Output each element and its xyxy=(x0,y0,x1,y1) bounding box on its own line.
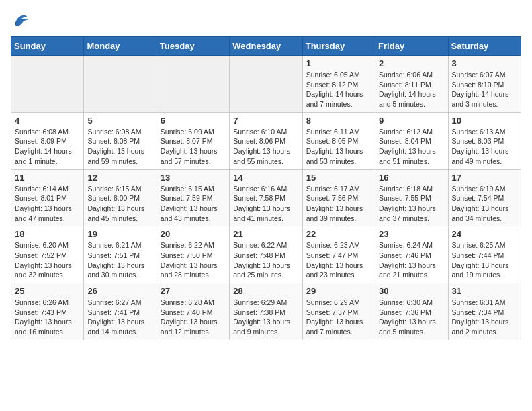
calendar-day-cell: 9Sunrise: 6:12 AM Sunset: 8:04 PM Daylig… xyxy=(375,112,448,169)
day-info: Sunrise: 6:29 AM Sunset: 7:38 PM Dayligh… xyxy=(233,298,298,337)
day-info: Sunrise: 6:19 AM Sunset: 7:54 PM Dayligh… xyxy=(452,184,517,224)
calendar-day-cell: 12Sunrise: 6:15 AM Sunset: 8:00 PM Dayli… xyxy=(84,169,157,226)
calendar-day-cell: 18Sunrise: 6:20 AM Sunset: 7:52 PM Dayli… xyxy=(11,226,84,283)
day-info: Sunrise: 6:31 AM Sunset: 7:34 PM Dayligh… xyxy=(452,298,517,337)
calendar-day-cell: 5Sunrise: 6:08 AM Sunset: 8:08 PM Daylig… xyxy=(84,112,157,169)
day-info: Sunrise: 6:16 AM Sunset: 7:58 PM Dayligh… xyxy=(233,184,298,224)
calendar-day-cell: 13Sunrise: 6:15 AM Sunset: 7:59 PM Dayli… xyxy=(157,169,229,226)
logo xyxy=(11,11,32,30)
weekday-header-sunday: Sunday xyxy=(11,37,84,56)
day-info: Sunrise: 6:14 AM Sunset: 8:01 PM Dayligh… xyxy=(15,184,80,224)
day-number: 19 xyxy=(87,229,152,239)
calendar-table: SundayMondayTuesdayWednesdayThursdayFrid… xyxy=(11,36,521,340)
day-info: Sunrise: 6:27 AM Sunset: 7:41 PM Dayligh… xyxy=(87,298,152,337)
weekday-header-monday: Monday xyxy=(84,37,157,56)
day-info: Sunrise: 6:29 AM Sunset: 7:37 PM Dayligh… xyxy=(306,298,371,337)
calendar-day-cell: 27Sunrise: 6:28 AM Sunset: 7:40 PM Dayli… xyxy=(157,283,229,340)
weekday-header-friday: Friday xyxy=(375,37,448,56)
calendar-day-cell: 4Sunrise: 6:08 AM Sunset: 8:09 PM Daylig… xyxy=(11,112,84,169)
day-info: Sunrise: 6:30 AM Sunset: 7:36 PM Dayligh… xyxy=(379,298,444,337)
calendar-day-cell: 21Sunrise: 6:22 AM Sunset: 7:48 PM Dayli… xyxy=(230,226,302,283)
day-info: Sunrise: 6:25 AM Sunset: 7:44 PM Dayligh… xyxy=(452,240,517,280)
day-info: Sunrise: 6:11 AM Sunset: 8:05 PM Dayligh… xyxy=(306,127,371,167)
calendar-day-cell: 23Sunrise: 6:24 AM Sunset: 7:46 PM Dayli… xyxy=(375,226,448,283)
day-info: Sunrise: 6:09 AM Sunset: 8:07 PM Dayligh… xyxy=(161,127,226,167)
day-info: Sunrise: 6:07 AM Sunset: 8:10 PM Dayligh… xyxy=(452,70,517,109)
day-info: Sunrise: 6:15 AM Sunset: 8:00 PM Dayligh… xyxy=(87,184,152,224)
calendar-week-row: 1Sunrise: 6:05 AM Sunset: 8:12 PM Daylig… xyxy=(11,56,521,113)
day-number: 4 xyxy=(15,116,80,126)
weekday-header-thursday: Thursday xyxy=(302,37,375,56)
calendar-day-cell: 3Sunrise: 6:07 AM Sunset: 8:10 PM Daylig… xyxy=(448,56,521,113)
weekday-header-wednesday: Wednesday xyxy=(230,37,302,56)
logo-icon xyxy=(11,11,30,30)
day-info: Sunrise: 6:06 AM Sunset: 8:11 PM Dayligh… xyxy=(379,70,444,109)
day-info: Sunrise: 6:28 AM Sunset: 7:40 PM Dayligh… xyxy=(161,298,226,337)
day-info: Sunrise: 6:12 AM Sunset: 8:04 PM Dayligh… xyxy=(379,127,444,167)
calendar-day-cell xyxy=(84,56,157,113)
day-number: 13 xyxy=(161,173,226,183)
calendar-day-cell: 15Sunrise: 6:17 AM Sunset: 7:56 PM Dayli… xyxy=(302,169,375,226)
calendar-day-cell: 6Sunrise: 6:09 AM Sunset: 8:07 PM Daylig… xyxy=(157,112,229,169)
day-number: 1 xyxy=(306,58,371,68)
day-info: Sunrise: 6:23 AM Sunset: 7:47 PM Dayligh… xyxy=(306,240,371,280)
day-number: 25 xyxy=(15,286,80,296)
calendar-day-cell: 22Sunrise: 6:23 AM Sunset: 7:47 PM Dayli… xyxy=(302,226,375,283)
calendar-week-row: 25Sunrise: 6:26 AM Sunset: 7:43 PM Dayli… xyxy=(11,283,521,340)
day-number: 20 xyxy=(161,229,226,239)
calendar-day-cell xyxy=(157,56,229,113)
calendar-day-cell: 26Sunrise: 6:27 AM Sunset: 7:41 PM Dayli… xyxy=(84,283,157,340)
day-number: 30 xyxy=(379,286,444,296)
day-info: Sunrise: 6:18 AM Sunset: 7:55 PM Dayligh… xyxy=(379,184,444,224)
day-info: Sunrise: 6:15 AM Sunset: 7:59 PM Dayligh… xyxy=(161,184,226,224)
calendar-day-cell: 19Sunrise: 6:21 AM Sunset: 7:51 PM Dayli… xyxy=(84,226,157,283)
day-number: 11 xyxy=(15,173,80,183)
day-number: 6 xyxy=(161,116,226,126)
day-number: 27 xyxy=(161,286,226,296)
day-number: 17 xyxy=(452,173,517,183)
calendar-body: 1Sunrise: 6:05 AM Sunset: 8:12 PM Daylig… xyxy=(11,56,521,340)
day-number: 7 xyxy=(233,116,298,126)
day-info: Sunrise: 6:22 AM Sunset: 7:50 PM Dayligh… xyxy=(161,240,226,280)
day-number: 22 xyxy=(306,229,371,239)
day-number: 9 xyxy=(379,116,444,126)
day-number: 21 xyxy=(233,229,298,239)
day-info: Sunrise: 6:22 AM Sunset: 7:48 PM Dayligh… xyxy=(233,240,298,280)
day-info: Sunrise: 6:13 AM Sunset: 8:03 PM Dayligh… xyxy=(452,127,517,167)
day-number: 2 xyxy=(379,58,444,68)
calendar-day-cell: 1Sunrise: 6:05 AM Sunset: 8:12 PM Daylig… xyxy=(302,56,375,113)
calendar-day-cell: 28Sunrise: 6:29 AM Sunset: 7:38 PM Dayli… xyxy=(230,283,302,340)
calendar-day-cell: 31Sunrise: 6:31 AM Sunset: 7:34 PM Dayli… xyxy=(448,283,521,340)
day-info: Sunrise: 6:21 AM Sunset: 7:51 PM Dayligh… xyxy=(87,240,152,280)
calendar-week-row: 11Sunrise: 6:14 AM Sunset: 8:01 PM Dayli… xyxy=(11,169,521,226)
calendar-header: SundayMondayTuesdayWednesdayThursdayFrid… xyxy=(11,37,521,56)
day-info: Sunrise: 6:26 AM Sunset: 7:43 PM Dayligh… xyxy=(15,298,80,337)
calendar-day-cell: 20Sunrise: 6:22 AM Sunset: 7:50 PM Dayli… xyxy=(157,226,229,283)
day-number: 28 xyxy=(233,286,298,296)
day-info: Sunrise: 6:08 AM Sunset: 8:08 PM Dayligh… xyxy=(87,127,152,167)
weekday-header-saturday: Saturday xyxy=(448,37,521,56)
calendar-day-cell: 2Sunrise: 6:06 AM Sunset: 8:11 PM Daylig… xyxy=(375,56,448,113)
day-info: Sunrise: 6:20 AM Sunset: 7:52 PM Dayligh… xyxy=(15,240,80,280)
calendar-day-cell: 29Sunrise: 6:29 AM Sunset: 7:37 PM Dayli… xyxy=(302,283,375,340)
day-number: 18 xyxy=(15,229,80,239)
calendar-day-cell: 14Sunrise: 6:16 AM Sunset: 7:58 PM Dayli… xyxy=(230,169,302,226)
day-number: 24 xyxy=(452,229,517,239)
day-number: 5 xyxy=(87,116,152,126)
calendar-day-cell xyxy=(11,56,84,113)
day-number: 8 xyxy=(306,116,371,126)
page-header xyxy=(11,11,521,30)
calendar-day-cell: 24Sunrise: 6:25 AM Sunset: 7:44 PM Dayli… xyxy=(448,226,521,283)
day-number: 23 xyxy=(379,229,444,239)
calendar-day-cell: 7Sunrise: 6:10 AM Sunset: 8:06 PM Daylig… xyxy=(230,112,302,169)
calendar-week-row: 18Sunrise: 6:20 AM Sunset: 7:52 PM Dayli… xyxy=(11,226,521,283)
calendar-day-cell: 11Sunrise: 6:14 AM Sunset: 8:01 PM Dayli… xyxy=(11,169,84,226)
weekday-header-row: SundayMondayTuesdayWednesdayThursdayFrid… xyxy=(11,37,521,56)
weekday-header-tuesday: Tuesday xyxy=(157,37,229,56)
day-number: 31 xyxy=(452,286,517,296)
calendar-day-cell: 16Sunrise: 6:18 AM Sunset: 7:55 PM Dayli… xyxy=(375,169,448,226)
day-number: 15 xyxy=(306,173,371,183)
day-number: 14 xyxy=(233,173,298,183)
calendar-week-row: 4Sunrise: 6:08 AM Sunset: 8:09 PM Daylig… xyxy=(11,112,521,169)
day-info: Sunrise: 6:10 AM Sunset: 8:06 PM Dayligh… xyxy=(233,127,298,167)
